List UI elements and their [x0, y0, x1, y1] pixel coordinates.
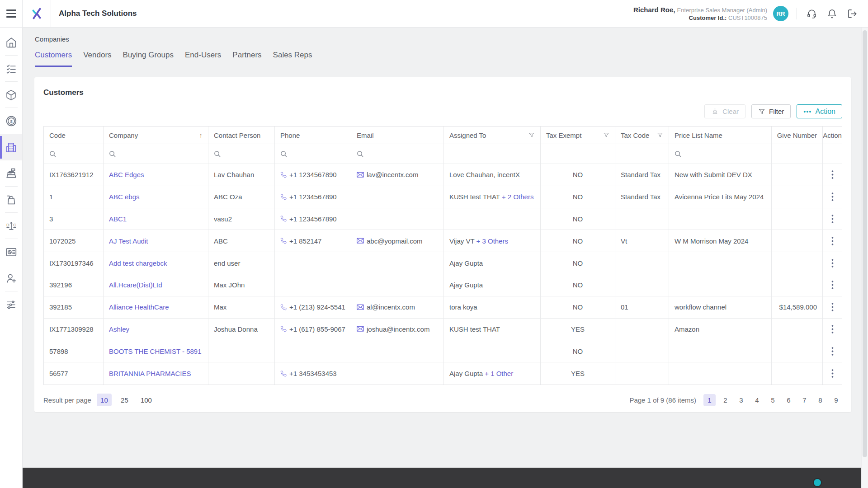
- app-logo[interactable]: [22, 0, 51, 27]
- column-filter-icon[interactable]: [603, 132, 609, 138]
- row-actions-kebab-icon[interactable]: [829, 236, 836, 246]
- cell-email: [351, 340, 444, 362]
- tab-customers[interactable]: Customers: [35, 51, 72, 67]
- column-header-email[interactable]: Email: [351, 127, 444, 144]
- row-actions-kebab-icon[interactable]: [829, 368, 836, 379]
- company-link[interactable]: Ashley: [109, 325, 129, 333]
- page-button-4[interactable]: 4: [751, 394, 763, 406]
- cell-code: 3: [44, 208, 104, 230]
- row-actions-kebab-icon[interactable]: [829, 346, 836, 357]
- assigned-others-link[interactable]: + 1 Other: [485, 370, 513, 377]
- notifications-bell-icon[interactable]: [827, 9, 837, 19]
- row-actions-kebab-icon[interactable]: [829, 324, 836, 334]
- user-avatar[interactable]: RR: [773, 6, 788, 21]
- company-link[interactable]: Add test chargebck: [109, 259, 167, 267]
- sidebar-item-sliders[interactable]: [0, 291, 22, 318]
- column-header-contact-person[interactable]: Contact Person: [208, 127, 275, 144]
- sidebar-item-companies[interactable]: [0, 134, 22, 160]
- page-button-3[interactable]: 3: [735, 394, 747, 406]
- column-header-tax-code[interactable]: Tax Code: [615, 127, 669, 144]
- search-icon[interactable]: [675, 150, 681, 157]
- row-actions-kebab-icon[interactable]: [829, 169, 836, 180]
- search-icon[interactable]: [49, 150, 56, 157]
- action-button[interactable]: ••• Action: [797, 104, 842, 118]
- search-filter-cell-contact-person[interactable]: [208, 144, 275, 164]
- per-page-option-25[interactable]: 25: [117, 394, 132, 406]
- company-link[interactable]: All.Hcare(Dist)Ltd: [109, 281, 162, 289]
- row-actions-kebab-icon[interactable]: [829, 302, 836, 312]
- row-actions-kebab-icon[interactable]: [829, 280, 836, 290]
- tab-buying-groups[interactable]: Buying Groups: [123, 51, 174, 67]
- sidebar-item-shopping-bag[interactable]: [0, 187, 22, 213]
- page-button-6[interactable]: 6: [783, 394, 795, 406]
- tab-sales-reps[interactable]: Sales Reps: [273, 51, 312, 67]
- column-header-give-number[interactable]: Give Number: [772, 127, 823, 144]
- search-filter-cell-company[interactable]: [104, 144, 208, 164]
- page-button-8[interactable]: 8: [814, 394, 826, 406]
- column-header-company[interactable]: Company↑: [104, 127, 208, 144]
- cell-price-list-name: workflow channel: [669, 296, 772, 319]
- column-header-price-list-name[interactable]: Price List Name: [669, 127, 772, 144]
- tab-vendors[interactable]: Vendors: [83, 51, 111, 67]
- column-header-action[interactable]: Action: [823, 127, 842, 144]
- table-row: IX1771309928AshleyJoshua Donna+1 (617) 8…: [44, 319, 842, 341]
- logout-icon[interactable]: [847, 9, 858, 19]
- chat-widget-button[interactable]: [813, 478, 822, 487]
- search-icon[interactable]: [214, 150, 221, 157]
- company-link[interactable]: ABC ebgs: [109, 193, 140, 201]
- assigned-others-link[interactable]: + 2 Others: [502, 193, 533, 201]
- sidebar-item-report[interactable]: [0, 239, 22, 265]
- search-filter-cell-price-list-name[interactable]: [669, 144, 772, 164]
- column-header-code[interactable]: Code: [44, 127, 104, 144]
- column-header-assigned-to[interactable]: Assigned To: [444, 127, 541, 144]
- search-icon[interactable]: [357, 150, 363, 157]
- page-button-5[interactable]: 5: [767, 394, 779, 406]
- sort-ascending-icon[interactable]: ↑: [199, 131, 203, 139]
- page-button-1[interactable]: 1: [703, 394, 716, 406]
- hamburger-menu-button[interactable]: [6, 9, 16, 18]
- column-filter-icon[interactable]: [528, 132, 535, 138]
- company-link[interactable]: ABC1: [109, 215, 127, 223]
- per-page-option-100[interactable]: 100: [137, 394, 155, 406]
- row-actions-kebab-icon[interactable]: [829, 258, 836, 268]
- clear-button[interactable]: Clear: [704, 104, 745, 118]
- support-headset-icon[interactable]: [807, 9, 817, 19]
- tab-end-users[interactable]: End-Users: [185, 51, 221, 67]
- company-link[interactable]: BOOTS THE CHEMIST - 5891: [109, 347, 202, 355]
- per-page-option-10[interactable]: 10: [97, 394, 112, 406]
- company-link[interactable]: ABC Edges: [109, 171, 144, 178]
- cell-assigned-to: KUSH test THAT: [444, 319, 541, 341]
- page-button-9[interactable]: 9: [830, 394, 842, 406]
- company-link[interactable]: Alliance HealthCare: [109, 303, 169, 311]
- tab-partners[interactable]: Partners: [232, 51, 261, 67]
- sidebar-item-cash-register[interactable]: [0, 160, 22, 187]
- column-header-tax-exempt[interactable]: Tax Exempt: [541, 127, 615, 144]
- page-button-7[interactable]: 7: [798, 394, 811, 406]
- company-link[interactable]: BRITANNIA PHARMACIES: [109, 370, 191, 377]
- search-filter-cell-code[interactable]: [44, 144, 104, 164]
- column-filter-icon[interactable]: [657, 132, 663, 138]
- assigned-others-link[interactable]: + 3 Others: [476, 237, 508, 245]
- sidebar-item-checklist[interactable]: [0, 56, 22, 82]
- column-header-phone[interactable]: Phone: [275, 127, 351, 144]
- column-label: Give Number: [777, 131, 817, 139]
- sidebar-item-user-add[interactable]: [0, 265, 22, 291]
- scrollbar-thumb[interactable]: [863, 30, 867, 457]
- search-filter-cell-email[interactable]: [351, 144, 444, 164]
- search-icon[interactable]: [280, 150, 287, 157]
- cell-price-list-name: Amazon: [669, 319, 772, 341]
- sidebar-item-balance-scale[interactable]: DC: [0, 213, 22, 239]
- assigned-to-name: Ajay Gupta: [449, 259, 483, 267]
- row-actions-kebab-icon[interactable]: [829, 192, 836, 202]
- currency-icon: $: [5, 115, 17, 127]
- row-actions-kebab-icon[interactable]: [829, 214, 836, 224]
- page-button-2[interactable]: 2: [719, 394, 731, 406]
- sidebar-item-package[interactable]: [0, 82, 22, 108]
- sidebar-item-home[interactable]: [0, 29, 22, 56]
- filter-button[interactable]: Filter: [751, 104, 791, 118]
- search-filter-cell-phone[interactable]: [275, 144, 351, 164]
- company-link[interactable]: AJ Test Audit: [109, 237, 148, 245]
- sidebar-item-currency[interactable]: $: [0, 108, 22, 134]
- search-icon[interactable]: [109, 150, 116, 157]
- cell-action: [823, 340, 842, 362]
